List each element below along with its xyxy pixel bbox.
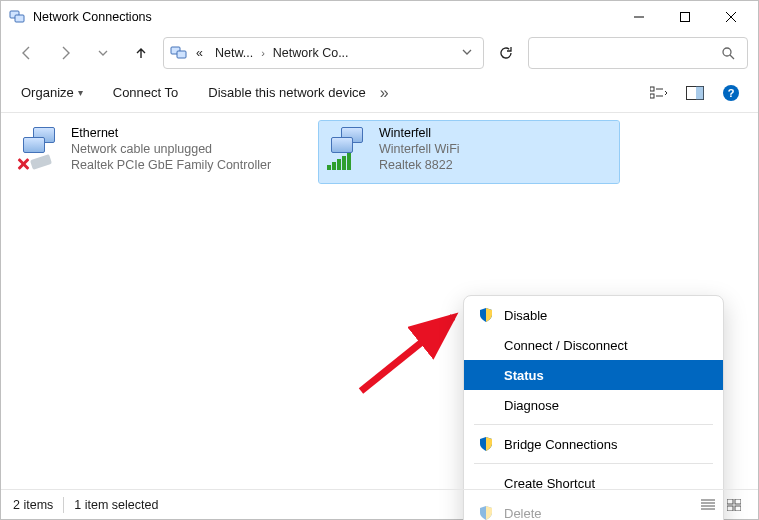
- svg-rect-15: [696, 86, 704, 99]
- adapter-hardware: Realtek 8822: [379, 157, 460, 173]
- disable-device-button[interactable]: Disable this network device: [200, 81, 374, 104]
- view-layout-button[interactable]: [644, 79, 674, 107]
- menu-diagnose[interactable]: Diagnose: [464, 390, 723, 420]
- disable-device-label: Disable this network device: [208, 85, 366, 100]
- overflow-button[interactable]: »: [374, 80, 395, 106]
- status-selected-count: 1 item selected: [74, 498, 158, 512]
- caret-down-icon: ▾: [78, 87, 83, 98]
- menu-bridge[interactable]: Bridge Connections: [464, 429, 723, 459]
- adapter-hardware: Realtek PCIe GbE Family Controller: [71, 157, 271, 173]
- svg-text:?: ?: [728, 87, 735, 99]
- divider: [63, 497, 64, 513]
- svg-rect-3: [681, 13, 690, 22]
- svg-line-9: [730, 55, 734, 59]
- menu-label: Connect / Disconnect: [504, 338, 628, 353]
- menu-label: Diagnose: [504, 398, 559, 413]
- svg-point-8: [723, 48, 731, 56]
- wifi-icon: [325, 125, 373, 169]
- menu-label: Bridge Connections: [504, 437, 617, 452]
- app-icon: [9, 9, 25, 25]
- status-bar: 2 items 1 item selected: [1, 489, 758, 519]
- breadcrumb-part1[interactable]: Netw...: [211, 44, 257, 62]
- menu-label: Status: [504, 368, 544, 383]
- large-icons-view-button[interactable]: [722, 494, 746, 516]
- shield-icon: [478, 436, 494, 452]
- svg-rect-1: [15, 15, 24, 22]
- menu-status[interactable]: Status: [464, 360, 723, 390]
- svg-rect-10: [650, 87, 654, 91]
- location-icon: [170, 44, 188, 62]
- annotation-arrow: [353, 299, 473, 399]
- command-bar: Organize ▾ Connect To Disable this netwo…: [1, 73, 758, 113]
- menu-disable[interactable]: Disable: [464, 300, 723, 330]
- adapter-ethernet[interactable]: Ethernet Network cable unplugged Realtek…: [11, 121, 311, 183]
- organize-label: Organize: [21, 85, 74, 100]
- recent-dropdown[interactable]: [87, 37, 119, 69]
- connect-to-button[interactable]: Connect To: [105, 81, 187, 104]
- help-button[interactable]: ?: [716, 79, 746, 107]
- adapter-name: Ethernet: [71, 125, 271, 141]
- svg-rect-24: [735, 499, 741, 504]
- ethernet-icon: [17, 125, 65, 169]
- details-view-button[interactable]: [696, 494, 720, 516]
- svg-line-18: [361, 317, 453, 391]
- adapter-ssid: Winterfell WiFi: [379, 141, 460, 157]
- breadcrumb-part2[interactable]: Network Co...: [269, 44, 353, 62]
- address-dropdown[interactable]: [457, 44, 477, 62]
- minimize-button[interactable]: [616, 2, 662, 32]
- organize-menu[interactable]: Organize ▾: [13, 81, 91, 104]
- search-input[interactable]: [528, 37, 748, 69]
- up-button[interactable]: [125, 37, 157, 69]
- adapter-wifi[interactable]: Winterfell Winterfell WiFi Realtek 8822: [319, 121, 619, 183]
- svg-rect-25: [727, 506, 733, 511]
- window-title: Network Connections: [33, 10, 152, 24]
- adapter-status: Network cable unplugged: [71, 141, 271, 157]
- title-bar: Network Connections: [1, 1, 758, 33]
- search-icon: [721, 46, 735, 60]
- refresh-button[interactable]: [490, 37, 522, 69]
- menu-connect-disconnect[interactable]: Connect / Disconnect: [464, 330, 723, 360]
- context-menu: Disable Connect / Disconnect Status Diag…: [463, 295, 724, 520]
- connect-to-label: Connect To: [113, 85, 179, 100]
- navigation-bar: « Netw... › Network Co...: [1, 33, 758, 73]
- breadcrumb-prefix: «: [192, 44, 207, 62]
- chevron-right-icon[interactable]: ›: [261, 47, 265, 59]
- back-button[interactable]: [11, 37, 43, 69]
- svg-rect-7: [177, 51, 186, 58]
- menu-separator: [474, 424, 713, 425]
- content-area: Ethernet Network cable unplugged Realtek…: [1, 113, 758, 489]
- maximize-button[interactable]: [662, 2, 708, 32]
- shield-icon: [478, 307, 494, 323]
- forward-button[interactable]: [49, 37, 81, 69]
- close-button[interactable]: [708, 2, 754, 32]
- menu-label: Disable: [504, 308, 547, 323]
- address-bar[interactable]: « Netw... › Network Co...: [163, 37, 484, 69]
- adapter-name: Winterfell: [379, 125, 460, 141]
- svg-rect-12: [650, 94, 654, 98]
- preview-pane-button[interactable]: [680, 79, 710, 107]
- svg-rect-23: [727, 499, 733, 504]
- status-item-count: 2 items: [13, 498, 53, 512]
- menu-separator: [474, 463, 713, 464]
- svg-rect-26: [735, 506, 741, 511]
